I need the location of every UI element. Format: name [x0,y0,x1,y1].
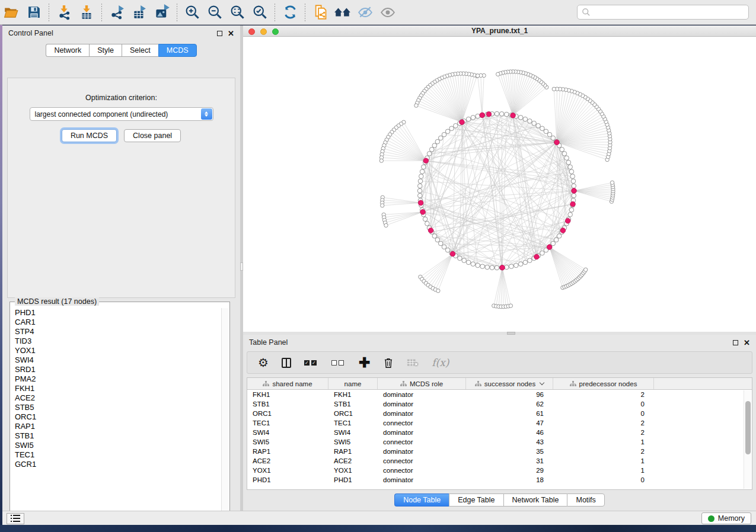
network-node[interactable] [423,217,428,222]
network-node[interactable] [480,264,485,269]
network-node[interactable] [438,241,443,246]
search-input[interactable] [591,5,748,19]
network-window-titlebar[interactable]: YPA_prune.txt_1 [243,25,756,37]
network-node[interactable] [544,129,548,134]
network-node[interactable] [514,263,519,268]
close-panel-button[interactable]: Close panel [124,129,181,142]
refresh-layout-button[interactable] [279,2,301,23]
network-satellite-node[interactable] [584,268,588,271]
export-network-button[interactable] [106,2,128,23]
network-node[interactable] [572,184,576,188]
network-hub-node[interactable] [547,245,552,250]
close-panel-icon[interactable]: ✕ [228,31,234,36]
columns-icon[interactable] [282,358,291,368]
network-hub-node[interactable] [560,228,566,233]
table-row[interactable]: SWI5SWI5connector431 [247,437,752,447]
network-node[interactable] [540,251,545,255]
network-node[interactable] [518,116,523,120]
network-node[interactable] [569,169,574,174]
network-hub-node[interactable] [534,254,540,259]
float-panel-icon[interactable] [217,31,222,36]
network-node[interactable] [485,265,490,270]
memory-button[interactable]: Memory [701,512,751,524]
network-satellite-node[interactable] [436,289,440,293]
network-node[interactable] [462,258,467,263]
task-history-button[interactable] [7,513,24,524]
network-hub-node[interactable] [428,228,433,233]
network-hub-node[interactable] [565,218,570,223]
network-node[interactable] [528,119,532,124]
network-node[interactable] [551,136,556,140]
network-node[interactable] [429,148,434,152]
network-node[interactable] [572,193,576,198]
network-node[interactable] [509,264,514,269]
network-satellite-node[interactable] [384,223,388,227]
network-node[interactable] [427,152,432,156]
network-node[interactable] [495,111,499,116]
mcds-result-item[interactable]: PMA2 [11,374,221,384]
mcds-result-item[interactable]: PHD1 [11,308,221,318]
network-node[interactable] [418,179,423,184]
column-header-shared-name[interactable]: shared name [247,378,328,389]
network-node[interactable] [568,165,573,169]
network-node[interactable] [432,234,437,239]
network-node[interactable] [518,262,523,267]
table-scrollbar[interactable] [744,390,751,489]
mcds-result-item[interactable]: SRD1 [11,365,221,374]
network-hub-node[interactable] [511,113,516,118]
mcds-result-item[interactable]: STB1 [11,431,221,441]
network-node[interactable] [564,156,569,161]
tab-select[interactable]: Select [122,44,158,57]
network-node[interactable] [425,222,430,226]
close-traffic-light[interactable] [248,28,255,35]
home-button[interactable] [331,2,354,23]
tab-mcds[interactable]: MCDS [158,44,197,57]
table-row[interactable]: STB1STB1dominator620 [247,399,752,409]
table-row[interactable]: SWI4SWI4dominator462 [247,428,752,437]
network-satellite-node[interactable] [509,304,512,307]
network-node[interactable] [466,117,471,121]
network-hub-node[interactable] [500,265,505,270]
network-node[interactable] [419,174,424,179]
network-node[interactable] [442,132,446,137]
result-list-scrollbar[interactable] [221,308,229,520]
add-icon[interactable]: ✚ [359,357,370,368]
network-node[interactable] [471,116,476,120]
table-row[interactable]: ACE2ACE2connector311 [247,456,752,466]
network-hub-node[interactable] [480,113,485,118]
network-node[interactable] [476,114,480,118]
network-node[interactable] [449,126,454,131]
table-row[interactable]: FKH1FKH1dominator962 [247,390,752,399]
export-image-button[interactable] [151,2,173,23]
network-node[interactable] [499,111,504,116]
maximize-traffic-light[interactable] [272,28,279,35]
mcds-result-item[interactable]: FKH1 [11,384,221,393]
network-node[interactable] [528,258,532,263]
network-node[interactable] [523,260,528,265]
network-node[interactable] [432,143,437,148]
network-canvas[interactable] [243,37,756,332]
network-node[interactable] [536,123,541,128]
mcds-result-item[interactable]: SWI4 [11,355,221,365]
zoom-in-button[interactable] [181,2,203,23]
network-node[interactable] [417,193,422,198]
network-hub-node[interactable] [450,251,455,257]
network-node[interactable] [420,169,425,174]
column-header-MCDS-role[interactable]: MCDS role [378,378,466,389]
network-hub-node[interactable] [572,188,577,194]
save-session-button[interactable] [23,2,45,23]
mcds-result-item[interactable]: YOX1 [11,346,221,355]
hide-selected-button[interactable] [354,2,377,23]
network-hub-node[interactable] [460,120,465,125]
zoom-selected-button[interactable] [248,2,271,23]
network-satellite-node[interactable] [476,74,479,78]
table-row[interactable]: RAP1RAP1dominator352 [247,447,752,456]
mcds-result-item[interactable]: TID3 [11,336,221,346]
mcds-result-item[interactable]: ORC1 [11,412,221,422]
network-satellite-node[interactable] [610,181,614,184]
network-satellite-node[interactable] [379,159,383,162]
table-row[interactable]: YOX1YOX1connector291 [247,466,752,475]
show-all-button[interactable] [377,2,399,23]
network-satellite-node[interactable] [496,72,500,76]
network-node[interactable] [557,234,562,239]
